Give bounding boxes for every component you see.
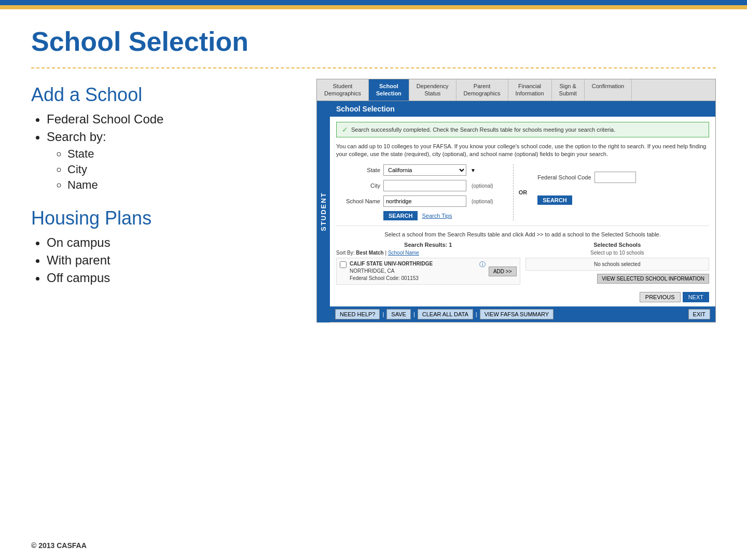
school-result-item: CALIF STATE UNIV-NORTHRIDGE NORTHRIDGE, … — [336, 258, 520, 285]
info-text: You can add up to 10 colleges to your FA… — [336, 143, 709, 159]
success-message: ✓ Search successfully completed. Check t… — [336, 122, 709, 137]
city-input[interactable] — [383, 180, 466, 191]
housing-with-parent: With parent — [47, 253, 301, 268]
housing-list: On campus With parent Off campus — [31, 235, 301, 285]
check-icon: ✓ — [342, 125, 348, 134]
sub-item-state: State — [67, 147, 301, 161]
list-item-fed-code: Federal School Code — [47, 112, 301, 127]
sub-item-name: Name — [67, 178, 301, 192]
tab-student-demographics[interactable]: StudentDemographics — [317, 79, 369, 101]
housing-section: Housing Plans On campus With parent Off … — [31, 207, 301, 285]
federal-code-row: Federal School Code — [537, 172, 709, 183]
copyright: © 2013 CASFAA — [31, 541, 87, 550]
or-label: OR — [514, 164, 533, 220]
footer-sep-1: | — [382, 311, 384, 317]
selected-header: Selected Schools — [525, 242, 710, 248]
clear-all-button[interactable]: CLEAR ALL DATA — [418, 309, 473, 319]
selected-col: Selected Schools Select up to 10 schools… — [525, 242, 710, 287]
need-help-button[interactable]: NEED HELP? — [335, 309, 380, 319]
city-optional: (optional) — [472, 183, 493, 189]
state-select[interactable]: California — [383, 164, 466, 176]
school-name: CALIF STATE UNIV-NORTHRIDGE — [350, 260, 476, 268]
add-school-list: Federal School Code Search by: State Cit… — [31, 112, 301, 192]
student-sidebar: STUDENT — [317, 101, 330, 323]
sort-school-name[interactable]: School Name — [388, 250, 419, 256]
search-right-container: SEARCH — [537, 188, 709, 205]
city-row: City (optional) — [336, 180, 508, 191]
right-panel: StudentDemographics SchoolSelection Depe… — [316, 79, 716, 323]
select-up-to: Select up to 10 schools — [525, 250, 710, 256]
accent-bar-gold — [612, 5, 747, 9]
panel-body: STUDENT School Selection ✓ Search succes… — [317, 101, 715, 323]
school-city-state: NORTHRIDGE, CA — [350, 268, 476, 275]
add-school-title: Add a School — [31, 84, 301, 106]
search-buttons: SEARCH Search Tips — [383, 211, 508, 220]
accent-bars — [550, 0, 747, 9]
next-button[interactable]: NEXT — [683, 292, 709, 302]
page-title: School Selection — [31, 26, 716, 57]
school-name-row: School Name (optional) — [336, 195, 508, 207]
results-info-text: Select a school from the Search Results … — [336, 231, 709, 237]
content-layout: Add a School Federal School Code Search … — [31, 79, 716, 323]
federal-code-input[interactable] — [594, 172, 636, 183]
view-fafsa-button[interactable]: VIEW FAFSA SUMMARY — [480, 309, 554, 319]
left-panel: Add a School Federal School Code Search … — [31, 79, 301, 296]
sort-best-match[interactable]: Best Match — [356, 250, 383, 256]
results-columns: Search Results: 1 Sort By: Best Match | … — [336, 242, 709, 287]
view-selected-button[interactable]: VIEW SELECTED SCHOOL INFORMATION — [597, 274, 709, 284]
school-name-input[interactable] — [383, 195, 466, 207]
results-area: Select a school from the Search Results … — [336, 231, 709, 287]
state-label: State — [336, 167, 380, 173]
tab-dependency-status[interactable]: DependencyStatus — [409, 79, 457, 101]
success-text: Search successfully completed. Check the… — [351, 127, 615, 133]
tab-financial-information[interactable]: FinancialInformation — [508, 79, 552, 101]
footer-sep-3: | — [476, 311, 477, 317]
form-divider — [336, 226, 709, 226]
school-name-optional: (optional) — [472, 199, 493, 204]
previous-button[interactable]: PREVIOUS — [640, 292, 681, 302]
school-name-label: School Name — [336, 198, 380, 204]
divider — [31, 67, 716, 68]
bottom-nav: PREVIOUS NEXT — [336, 292, 709, 302]
tab-sign-submit[interactable]: Sign &Submit — [552, 79, 585, 101]
school-info: CALIF STATE UNIV-NORTHRIDGE NORTHRIDGE, … — [350, 260, 476, 282]
search-sub-list: State City Name — [47, 147, 301, 192]
main-content: School Selection Add a School Federal Sc… — [0, 16, 747, 333]
footer-bar: NEED HELP? | SAVE | CLEAR ALL DATA | VIE… — [330, 306, 715, 322]
save-button[interactable]: SAVE — [386, 309, 411, 319]
state-row: State California ▼ — [336, 164, 508, 176]
housing-off-campus: Off campus — [47, 271, 301, 285]
tab-school-selection[interactable]: SchoolSelection — [369, 79, 409, 101]
exit-button[interactable]: EXIT — [688, 309, 710, 319]
sub-item-city: City — [67, 163, 301, 176]
tab-confirmation[interactable]: Confirmation — [585, 79, 632, 101]
tab-parent-demographics[interactable]: ParentDemographics — [457, 79, 508, 101]
accent-bar-blue — [550, 0, 747, 5]
housing-title: Housing Plans — [31, 207, 301, 229]
code-col: Federal School Code SEARCH — [532, 164, 709, 220]
search-button-left[interactable]: SEARCH — [383, 211, 418, 220]
search-results-col: Search Results: 1 Sort By: Best Match | … — [336, 242, 520, 287]
list-item-search-by: Search by: State City Name — [47, 130, 301, 192]
info-icon[interactable]: ⓘ — [479, 260, 486, 269]
sort-label: Sort By: — [336, 250, 355, 256]
school-checkbox[interactable] — [340, 261, 347, 268]
school-fed-code: Federal School Code: 001153 — [350, 275, 476, 282]
school-selection-header: School Selection — [330, 101, 715, 117]
search-button-right[interactable]: SEARCH — [537, 195, 572, 205]
form-area: School Selection ✓ Search successfully c… — [330, 101, 715, 323]
add-button[interactable]: ADD >> — [489, 267, 517, 276]
sort-row: Sort By: Best Match | School Name — [336, 250, 520, 256]
no-schools-text: No schools selected — [525, 258, 710, 271]
federal-code-label: Federal School Code — [537, 174, 591, 180]
results-count-header: Search Results: 1 — [336, 242, 520, 248]
housing-on-campus: On campus — [47, 235, 301, 250]
dropdown-arrow: ▼ — [471, 167, 476, 173]
nav-tabs: StudentDemographics SchoolSelection Depe… — [317, 79, 715, 101]
form-columns: State California ▼ City (optional) — [336, 164, 709, 220]
city-label: City — [336, 183, 380, 189]
footer-sep-2: | — [413, 311, 415, 317]
search-tips-link[interactable]: Search Tips — [422, 213, 452, 219]
search-col: State California ▼ City (optional) — [336, 164, 514, 220]
